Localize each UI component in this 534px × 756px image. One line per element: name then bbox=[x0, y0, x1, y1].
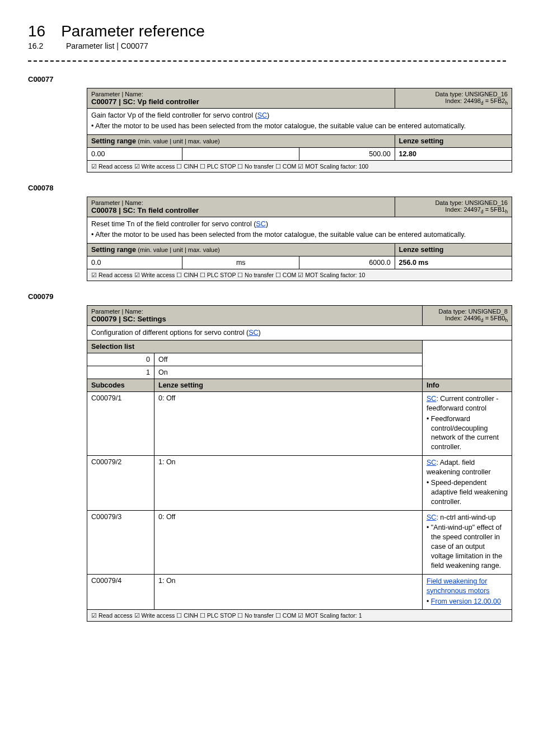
link-sc[interactable]: SC bbox=[256, 220, 265, 228]
param-desc-pre: Reset time Tn of the field controller fo… bbox=[91, 220, 256, 228]
section-title: Parameter list | C00077 bbox=[66, 41, 148, 50]
link-sc[interactable]: SC bbox=[427, 514, 436, 521]
link-sc[interactable]: SC bbox=[257, 111, 267, 119]
param-flags: ☑ Read access ☑ Write access ☐ CINH ☐ PL… bbox=[87, 269, 512, 281]
param-index-pre: Index: 24497 bbox=[445, 206, 481, 213]
param-table-c00079: Parameter | Name: C00079 | SC: Settings … bbox=[87, 305, 512, 622]
subcode: C00079/1 bbox=[87, 391, 154, 455]
page-content: 16 Parameter reference 16.2 Parameter li… bbox=[0, 0, 534, 756]
info-bullet: Feedforward control/decoupling network o… bbox=[431, 414, 508, 452]
param-name-main: C00079 | SC: Settings bbox=[91, 315, 166, 323]
param-id-c00079: C00079 bbox=[28, 292, 506, 301]
link-sc[interactable]: SC bbox=[427, 459, 436, 466]
chapter-title: Parameter reference bbox=[61, 22, 205, 40]
subcode-lenze: 0: Off bbox=[154, 510, 423, 574]
param-id-c00078: C00078 bbox=[28, 184, 506, 192]
subcodes-header: Subcodes bbox=[87, 379, 154, 391]
page-header: 16 Parameter reference bbox=[28, 22, 506, 40]
param-table-c00078: Parameter | Name: C00078 | SC: Tn field … bbox=[87, 197, 512, 281]
param-index-mid: = 5FB2 bbox=[484, 97, 505, 104]
param-table-c00077: Parameter | Name: C00077 | SC: Vp field … bbox=[87, 88, 512, 172]
lenze-header: Lenze setting bbox=[395, 243, 512, 256]
range-max: 6000.0 bbox=[299, 256, 395, 269]
param-flags: ☑ Read access ☑ Write access ☐ CINH ☐ PL… bbox=[87, 160, 512, 172]
info-bullet: Speed-dependent adaptive field weakening… bbox=[431, 478, 508, 507]
info-header: Info bbox=[423, 379, 512, 391]
param-name-main: C00078 | SC: Tn field controller bbox=[91, 206, 199, 214]
sel-val-0: Off bbox=[154, 353, 423, 366]
param-index-sub2: h bbox=[505, 101, 508, 106]
param-name-main: C00077 | SC: Vp field controller bbox=[91, 97, 199, 106]
lenze-value: 12.80 bbox=[395, 147, 512, 160]
param-name-label: Parameter | Name: bbox=[91, 199, 391, 206]
param-index-mid: = 5FB1 bbox=[484, 206, 505, 213]
param-index-pre: Index: 24496 bbox=[445, 315, 481, 321]
info-bullet: "Anti-wind-up" effect of the speed contr… bbox=[431, 523, 508, 570]
selection-list-header: Selection list bbox=[87, 340, 423, 353]
param-desc-post: ) bbox=[266, 220, 268, 228]
param-desc-post: ) bbox=[259, 329, 261, 337]
info-text: : Adapt. field weakening controller bbox=[427, 459, 491, 476]
param-desc-pre: Configuration of different options for s… bbox=[91, 329, 249, 337]
param-dtype: Data type: UNSIGNED_16 bbox=[435, 199, 508, 206]
param-index-mid: = 5FB0 bbox=[484, 315, 505, 321]
subcode-lenze: 1: On bbox=[154, 574, 423, 610]
param-desc-pre: Gain factor Vp of the field controller f… bbox=[91, 111, 257, 119]
lenze-header: Lenze setting bbox=[154, 379, 423, 391]
range-header: Setting range (min. value | unit | max. … bbox=[91, 137, 220, 145]
range-unit: ms bbox=[182, 256, 299, 269]
param-name-label: Parameter | Name: bbox=[91, 91, 391, 97]
param-flags: ☑ Read access ☑ Write access ☐ CINH ☐ PL… bbox=[87, 610, 512, 622]
subcode: C00079/4 bbox=[87, 574, 154, 610]
param-desc-post: ) bbox=[267, 111, 269, 119]
page-subheader: 16.2 Parameter list | C00077 bbox=[28, 41, 506, 50]
sel-val-1: On bbox=[154, 366, 423, 379]
range-header: Setting range (min. value | unit | max. … bbox=[91, 246, 220, 254]
info-text: : n-ctrl anti-wind-up bbox=[436, 514, 495, 521]
param-index-sub2: h bbox=[505, 209, 508, 214]
param-index-pre: Index: 24498 bbox=[445, 97, 481, 104]
range-min: 0.00 bbox=[87, 147, 182, 160]
param-index-sub2: h bbox=[505, 318, 508, 323]
lenze-value: 256.0 ms bbox=[395, 256, 512, 269]
link-sc[interactable]: SC bbox=[427, 395, 436, 403]
param-id-c00077: C00077 bbox=[28, 75, 506, 83]
link-sc[interactable]: SC bbox=[249, 329, 258, 337]
range-min: 0.0 bbox=[87, 256, 182, 269]
lenze-header: Lenze setting bbox=[395, 134, 512, 147]
info-text: : Current controller - feedforward contr… bbox=[427, 395, 499, 412]
link-field-weakening[interactable]: Field weakening for synchronous motors bbox=[427, 577, 490, 595]
param-desc-bullet: After the motor to be used has been sele… bbox=[96, 122, 508, 131]
subcode: C00079/2 bbox=[87, 456, 154, 510]
param-dtype: Data type: UNSIGNED_16 bbox=[435, 91, 508, 97]
param-dtype: Data type: UNSIGNED_8 bbox=[439, 308, 508, 315]
sel-idx-0: 0 bbox=[87, 353, 154, 366]
param-desc-bullet: After the motor to be used has been sele… bbox=[96, 230, 508, 240]
param-name-label: Parameter | Name: bbox=[91, 308, 418, 315]
range-max: 500.00 bbox=[299, 147, 395, 160]
subcode-lenze: 0: Off bbox=[154, 391, 423, 455]
range-unit bbox=[182, 147, 299, 160]
section-number: 16.2 bbox=[28, 41, 50, 50]
subcode: C00079/3 bbox=[87, 510, 154, 574]
link-version[interactable]: From version 12.00.00 bbox=[431, 598, 501, 605]
subcode-lenze: 1: On bbox=[154, 456, 423, 510]
sel-idx-1: 1 bbox=[87, 366, 154, 379]
chapter-number: 16 bbox=[28, 22, 45, 40]
divider bbox=[28, 60, 506, 62]
